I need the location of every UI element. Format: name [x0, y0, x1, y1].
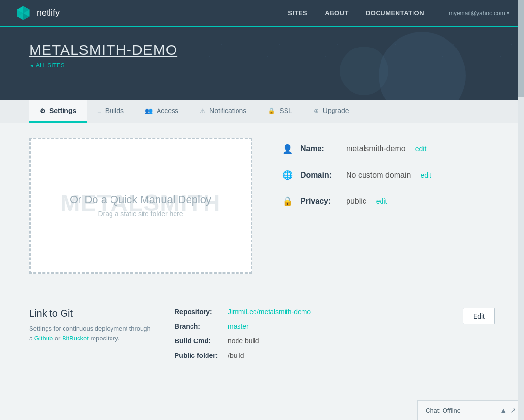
back-arrow-icon: ◄	[29, 63, 34, 68]
chat-bar: Chat: Offline ▲ ↗	[417, 400, 524, 420]
chat-label: Chat: Offline	[426, 407, 460, 414]
git-desc: Settings for continuous deployment throu…	[29, 324, 155, 343]
drag-drop-area[interactable]: METALSMITH Or Do a Quick Manual Deploy D…	[29, 138, 252, 274]
git-section: Link to Git Settings for continuous depl…	[29, 308, 495, 359]
nav-about[interactable]: ABOUT	[325, 9, 349, 16]
build-cmd-row: Build Cmd: node build	[175, 337, 444, 345]
nav-documentation[interactable]: DOCUMENTATION	[366, 9, 424, 16]
build-cmd-value: node build	[228, 337, 259, 345]
netlify-logo-icon	[15, 4, 32, 22]
logo-text: netlify	[37, 8, 60, 18]
scroll-thumb[interactable]	[518, 0, 524, 97]
public-folder-value: /build	[228, 352, 244, 359]
builds-tab-label: Builds	[105, 107, 124, 114]
name-info-row: 👤 Name: metalsmith-demo edit	[281, 143, 495, 155]
user-menu[interactable]: myemail@yahoo.com ▾	[449, 10, 509, 16]
repo-label: Repository:	[175, 308, 228, 316]
settings-tab-icon: ⚙	[40, 107, 46, 114]
git-description: Link to Git Settings for continuous depl…	[29, 308, 155, 343]
section-divider	[29, 293, 495, 293]
back-link-text: ALL SITES	[36, 62, 64, 69]
logo-area[interactable]: netlify	[15, 4, 60, 22]
domain-icon: 🌐	[281, 169, 294, 181]
ssl-tab-label: SSL	[279, 107, 292, 114]
repo-row: Repository: JimmiLee/metalsmith-demo	[175, 308, 444, 316]
privacy-info-row: 🔒 Privacy: public edit	[281, 195, 495, 208]
scroll-track[interactable]	[518, 0, 524, 420]
name-edit-link[interactable]: edit	[415, 145, 427, 153]
git-edit-button[interactable]: Edit	[463, 308, 495, 324]
public-folder-row: Public folder: /build	[175, 352, 444, 359]
privacy-label: Privacy:	[301, 197, 339, 206]
repo-value-link[interactable]: JimmiLee/metalsmith-demo	[228, 308, 311, 316]
tabs-bar: ⚙ Settings ≡ Builds 👥 Access ⚠ Notificat…	[0, 100, 524, 123]
git-details: Repository: JimmiLee/metalsmith-demo Bra…	[175, 308, 444, 359]
tab-notifications[interactable]: ⚠ Notifications	[189, 100, 257, 123]
chat-expand-button[interactable]: ↗	[510, 406, 516, 414]
privacy-edit-link[interactable]: edit	[376, 197, 387, 205]
notifications-tab-label: Notifications	[209, 107, 246, 114]
tab-ssl[interactable]: 🔒 SSL	[257, 100, 302, 123]
privacy-value: public	[346, 197, 366, 206]
domain-info-row: 🌐 Domain: No custom domain edit	[281, 169, 495, 181]
name-icon: 👤	[281, 143, 294, 155]
drag-area-sub-text: Drag a static site folder here	[98, 210, 183, 218]
nav-links: SITES ABOUT DOCUMENTATION	[288, 9, 424, 16]
bitbucket-link[interactable]: BitBucket	[62, 335, 89, 342]
git-title: Link to Git	[29, 308, 155, 319]
privacy-icon: 🔒	[281, 195, 294, 208]
public-folder-label: Public folder:	[175, 352, 228, 359]
name-label: Name:	[301, 145, 339, 153]
access-tab-label: Access	[157, 107, 178, 114]
site-title[interactable]: METALSMITH-DEMO	[29, 42, 495, 58]
tab-builds[interactable]: ≡ Builds	[87, 100, 134, 123]
access-tab-icon: 👥	[145, 107, 153, 114]
notifications-tab-icon: ⚠	[200, 107, 206, 114]
ssl-tab-icon: 🔒	[268, 107, 275, 114]
chat-controls: ▲ ↗	[500, 406, 516, 414]
nav-sites[interactable]: SITES	[288, 9, 307, 16]
branch-row: Branch: master	[175, 323, 444, 330]
tab-access[interactable]: 👥 Access	[134, 100, 189, 123]
main-content: METALSMITH Or Do a Quick Manual Deploy D…	[0, 123, 524, 374]
top-nav: netlify SITES ABOUT DOCUMENTATION myemai…	[0, 0, 524, 27]
tab-upgrade[interactable]: ⊕ Upgrade	[303, 100, 360, 123]
builds-tab-icon: ≡	[97, 107, 101, 114]
back-link[interactable]: ◄ ALL SITES	[29, 62, 495, 69]
branch-value: master	[228, 323, 249, 330]
deploy-section: METALSMITH Or Do a Quick Manual Deploy D…	[29, 138, 495, 288]
hero-banner: METALSMITH-DEMO ◄ ALL SITES	[0, 27, 524, 100]
tab-settings[interactable]: ⚙ Settings	[29, 100, 87, 123]
chat-minimize-button[interactable]: ▲	[500, 406, 507, 414]
upgrade-tab-icon: ⊕	[314, 107, 319, 114]
user-email: myemail@yahoo.com ▾	[449, 10, 509, 16]
settings-tab-label: Settings	[49, 107, 76, 114]
domain-value: No custom domain	[346, 171, 411, 179]
name-value: metalsmith-demo	[346, 145, 406, 153]
upgrade-tab-label: Upgrade	[323, 107, 349, 114]
site-info-panel: 👤 Name: metalsmith-demo edit 🌐 Domain: N…	[281, 138, 495, 208]
build-cmd-label: Build Cmd:	[175, 337, 228, 345]
github-link[interactable]: Github	[34, 335, 53, 342]
domain-label: Domain:	[301, 171, 339, 179]
branch-label: Branch:	[175, 323, 228, 330]
drag-area-main-text: Or Do a Quick Manual Deploy	[70, 194, 211, 206]
domain-edit-link[interactable]: edit	[420, 171, 431, 179]
nav-divider	[444, 7, 444, 19]
